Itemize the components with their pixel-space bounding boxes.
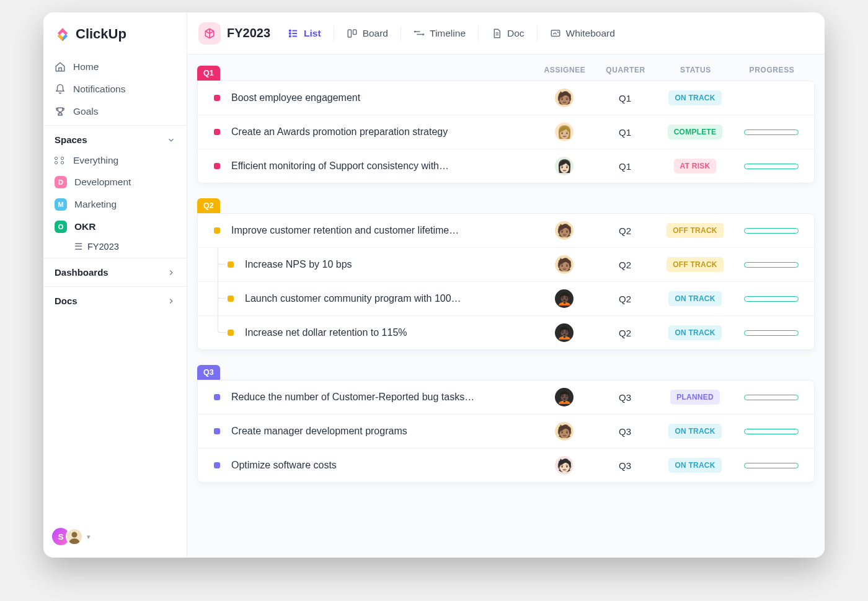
assignee-cell[interactable]: 👩🏻 [536,157,592,175]
progress-cell[interactable] [737,164,805,169]
task-row[interactable]: Optimize software costs🧑🏻Q3ON TRACK [198,449,814,482]
status-pill: ON TRACK [668,90,721,105]
sidebar-item-everything[interactable]: Everything [43,150,187,171]
status-bullet [214,95,220,101]
nav-notifications[interactable]: Notifications [43,78,187,100]
board-icon [347,28,358,39]
sidebar-space-okr[interactable]: OOKR [43,216,187,238]
svg-point-12 [423,33,424,35]
status-cell[interactable]: AT RISK [658,159,732,173]
task-row[interactable]: Increase NPS by 10 bps🧑🏽Q2OFF TRACK [198,248,814,282]
status-cell[interactable]: ON TRACK [658,291,732,306]
status-cell[interactable]: OFF TRACK [658,223,732,238]
progress-cell[interactable] [737,296,805,302]
assignee-cell[interactable]: 🧑🏻 [536,456,592,475]
quarter-cell[interactable]: Q3 [597,392,653,403]
assignee-cell[interactable]: 🧑🏽 [536,89,592,107]
view-tab-timeline[interactable]: Timeline [406,24,473,43]
assignee-cell[interactable]: 🧑🏿‍🦱 [536,388,592,406]
quarter-cell[interactable]: Q1 [597,127,653,138]
task-title: Increase net dollar retention to 115% [245,327,531,338]
group-badge-q2[interactable]: Q2 [197,198,220,213]
sidebar-space-marketing[interactable]: MMarketing [43,193,187,216]
task-row[interactable]: Boost employee engagement🧑🏽Q1ON TRACK [198,81,814,115]
task-row[interactable]: Create an Awards promotion preparation s… [198,115,814,149]
view-tab-list[interactable]: List [280,24,329,43]
status-pill: ON TRACK [668,424,721,439]
progress-cell[interactable] [737,429,805,434]
task-row[interactable]: Increase net dollar retention to 115%🧑🏿‍… [198,316,814,349]
sidebar-group-dashboards[interactable]: Dashboards [43,258,187,286]
status-cell[interactable]: ON TRACK [658,458,732,473]
quarter-cell[interactable]: Q2 [597,328,653,338]
quarter-cell[interactable]: Q2 [597,294,653,304]
progress-cell[interactable] [737,463,805,468]
svg-point-1 [290,30,291,31]
progress-cell[interactable] [737,129,805,135]
view-tab-whiteboard[interactable]: Whiteboard [542,24,622,43]
task-row[interactable]: Create manager development programs🧑🏽Q3O… [198,415,814,449]
group-badge-q3[interactable]: Q3 [197,365,220,380]
status-cell[interactable]: ON TRACK [658,325,732,340]
assignee-cell[interactable]: 🧑🏽 [536,255,592,274]
sidebar-space-development[interactable]: DDevelopment [43,171,187,193]
nav-goals[interactable]: Goals [43,100,187,123]
status-bullet [214,227,220,234]
progress-bar [744,296,799,302]
assignee-cell[interactable]: 🧑🏽 [536,422,592,441]
view-tab-doc[interactable]: Doc [484,24,532,43]
sidebar-space-sub-fy2023[interactable]: ☰FY2023 [43,238,187,258]
avatar: 🧑🏿‍🦱 [555,289,574,308]
task-title: Boost employee engagement [231,92,531,103]
quarter-cell[interactable]: Q2 [597,226,653,236]
status-cell[interactable]: OFF TRACK [658,257,732,272]
nav-home[interactable]: Home [43,56,187,78]
status-cell[interactable]: COMPLETE [658,125,732,139]
quarter-cell[interactable]: Q3 [597,460,653,471]
assignee-cell[interactable]: 👩🏼 [536,123,592,141]
spaces-header[interactable]: Spaces [43,125,187,150]
avatar: 🧑🏽 [555,422,574,441]
progress-cell[interactable] [737,395,805,400]
status-cell[interactable]: ON TRACK [658,424,732,439]
progress-cell[interactable] [737,228,805,234]
progress-cell[interactable] [737,262,805,268]
group-badge-q1[interactable]: Q1 [197,66,220,81]
caret-down-icon: ▾ [87,533,91,541]
progress-bar [744,164,799,169]
quarter-cell[interactable]: Q1 [597,93,653,103]
status-pill: COMPLETE [668,125,723,139]
task-row[interactable]: Improve customer retention and customer … [198,214,814,248]
assignee-cell[interactable]: 🧑🏿‍🦱 [536,289,592,308]
assignee-cell[interactable]: 🧑🏿‍🦱 [536,323,592,342]
brand-name: ClickUp [76,26,126,42]
progress-bar [744,129,799,135]
view-tab-board[interactable]: Board [339,24,396,43]
chevron-right-icon [167,297,175,305]
quarter-cell[interactable]: Q3 [597,426,653,437]
avatar: 🧑🏿‍🦱 [555,388,574,406]
space-label: Development [74,177,131,188]
col-quarter: QUARTER [598,66,653,74]
status-bullet [228,330,234,336]
quarter-cell[interactable]: Q1 [597,161,653,172]
tree-elbow [218,282,226,299]
status-cell[interactable]: PLANNED [658,390,732,405]
page-title: FY2023 [227,26,270,40]
status-cell[interactable]: ON TRACK [658,90,732,105]
nav-goals-label: Goals [73,106,99,117]
nav-notifications-label: Notifications [73,84,125,95]
svg-point-0 [72,532,78,538]
task-row[interactable]: Efficient monitoring of Support consiste… [198,149,814,183]
quarter-cell[interactable]: Q2 [597,260,653,270]
task-row[interactable]: Reduce the number of Customer-Reported b… [198,380,814,415]
svg-rect-7 [348,30,351,37]
sidebar-footer[interactable]: S ▾ [43,522,187,551]
sidebar-group-docs[interactable]: Docs [43,286,187,315]
progress-cell[interactable] [737,330,805,336]
progress-bar [744,228,799,234]
task-row[interactable]: Launch customer community program with 1… [198,282,814,316]
assignee-cell[interactable]: 🧑🏽 [536,221,592,240]
progress-bar [744,463,799,468]
status-pill: ON TRACK [668,325,721,340]
